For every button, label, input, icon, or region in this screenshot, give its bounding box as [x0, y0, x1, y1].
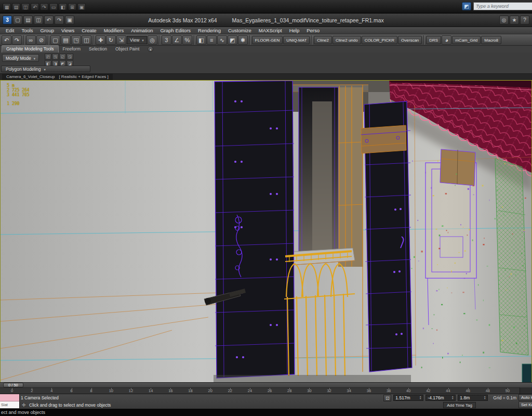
menu-item-modifiers[interactable]: Modifiers [100, 27, 128, 34]
macro-mcam-grid-button[interactable]: mCam_Grid [452, 36, 481, 44]
scene-explorer-icon[interactable]: ▭ [49, 3, 58, 10]
display-icon[interactable]: ▣ [77, 3, 86, 10]
ribbon-tab-graphite-modeling-tools[interactable]: Graphite Modeling Tools [2, 45, 59, 53]
menu-item-edit[interactable]: Edit [2, 27, 18, 34]
viewport-shading-label[interactable]: [ Realistic + Edged Faces ] [59, 74, 108, 80]
menu-item-views[interactable]: Views [58, 27, 78, 34]
time-slider-handle[interactable]: 0 / 50 [3, 383, 23, 387]
select-object-icon[interactable]: ▢ [50, 35, 60, 45]
spinner-icon[interactable]: ▲▼ [417, 396, 421, 400]
select-by-name-icon[interactable]: ▤ [61, 35, 71, 45]
render-setup-icon[interactable]: ✱ [238, 35, 248, 45]
select-and-move-icon[interactable]: ✚ [96, 35, 105, 45]
ribbon-tab-selection[interactable]: Selection [85, 46, 111, 53]
undo-small-icon[interactable]: ↶ [31, 3, 39, 10]
viewport-scene[interactable] [1, 81, 532, 382]
menu-item-graph-editors[interactable]: Graph Editors [156, 27, 194, 34]
align-icon[interactable]: ≡ [207, 35, 217, 45]
new-file-icon[interactable]: ▢ [13, 16, 22, 24]
listener-script-line[interactable]: Slat [0, 401, 19, 408]
macro-macro8-button[interactable]: Macro8 [481, 36, 501, 44]
menu-item-create[interactable]: Create [78, 27, 100, 34]
dark-box[interactable] [522, 364, 532, 382]
ribbon-tool-icon[interactable]: ◲ [66, 54, 73, 60]
add-time-tag-button[interactable]: Add Time Tag [443, 402, 476, 408]
maxscript-mini-listener[interactable]: Slat [0, 394, 20, 409]
gutter-mesh[interactable] [495, 159, 528, 355]
macro-uniq-mat-button[interactable]: UNIQ-MAT [283, 36, 310, 44]
set-key-button[interactable]: Set Key [518, 401, 532, 408]
selection-lock-icon[interactable]: ⊡ [383, 395, 391, 401]
rectangular-selection-region-icon[interactable]: ◳ [71, 35, 81, 45]
auto-key-button[interactable]: Auto Key [518, 394, 532, 401]
ribbon-tool-icon[interactable]: ◰ [45, 54, 51, 60]
listener-macro-line[interactable] [0, 394, 19, 401]
unlink-selection-icon[interactable]: ⊘ [36, 35, 46, 45]
ribbon-tool-icon[interactable]: ◱ [59, 54, 66, 60]
select-and-link-icon[interactable]: ∞ [26, 35, 36, 45]
percent-snap-icon[interactable]: % [182, 35, 192, 45]
macro-cline2-button[interactable]: Cline2 [314, 36, 332, 44]
menu-item-customize[interactable]: Customize [224, 27, 255, 34]
layer-icon[interactable]: ◧ [59, 3, 67, 10]
window-crossing-icon[interactable]: ◫ [82, 35, 91, 45]
z-coordinate-field[interactable]: 1.8m ▲▼ [458, 395, 488, 401]
redo-icon[interactable]: ↷ [55, 16, 64, 24]
menu-item-maxscript[interactable]: MAXScript [255, 27, 286, 34]
menu-item-animation[interactable]: Animation [127, 27, 156, 34]
infocenter-cube-icon[interactable]: ◩ [462, 2, 471, 10]
reference-coordinate-dropdown[interactable]: View [127, 36, 147, 44]
menu-item-help[interactable]: Help [286, 27, 303, 34]
small-window[interactable] [425, 149, 476, 325]
menu-item-rendering[interactable]: Rendering [194, 27, 224, 34]
layout-icon[interactable]: ◫ [21, 3, 30, 10]
grid-small-icon[interactable]: ⊞ [68, 3, 76, 10]
menu-item-perso[interactable]: Perso [303, 27, 323, 34]
project-folder-icon[interactable]: ▣ [65, 16, 74, 24]
render-production-icon[interactable]: ◕ [442, 35, 451, 45]
macro-cline2-undo-button[interactable]: Cline2 undo [332, 36, 361, 44]
macro-overscan-button[interactable]: Overscan [398, 36, 422, 44]
menu-item-tools[interactable]: Tools [18, 27, 36, 34]
viewport-label[interactable]: Camera_6_Volet_Closeup [ Realistic + Edg… [2, 74, 113, 80]
modify-mode-button[interactable]: Modify Mode [2, 54, 39, 62]
viewport-camera-label[interactable]: Camera_6_Volet_Closeup [6, 74, 55, 80]
time-slider[interactable]: 0 / 50 [0, 382, 532, 388]
ribbon-tab-freeform[interactable]: Freeform [59, 46, 85, 53]
scene-view[interactable]: 5 m2 725 2643 441 7051 290 [0, 80, 532, 382]
undo-icon[interactable]: ↶ [44, 16, 54, 24]
communication-center-icon[interactable]: ◎ [499, 16, 509, 24]
select-and-scale-icon[interactable]: ⇲ [116, 35, 126, 45]
viewport[interactable]: Camera_6_Volet_Closeup [ Realistic + Edg… [0, 74, 532, 382]
curve-editor-icon[interactable]: ∿ [217, 35, 227, 45]
open-file-icon[interactable]: ▤ [23, 16, 33, 24]
dock-toolbar-icon[interactable]: ▤ [12, 3, 20, 10]
menu-item-group[interactable]: Group [37, 27, 58, 34]
angle-snap-icon[interactable]: ∠ [172, 35, 182, 45]
left-shutter[interactable] [204, 81, 295, 378]
redo-icon[interactable]: ↷ [12, 35, 22, 45]
macro-floor-gen-button[interactable]: FLOOR-GEN [252, 36, 283, 44]
application-button[interactable]: 3 [3, 16, 12, 24]
x-coordinate-field[interactable]: 1.517m ▲▼ [393, 395, 423, 401]
material-editor-icon[interactable]: ◩ [228, 35, 237, 45]
select-and-rotate-icon[interactable]: ↻ [106, 35, 116, 45]
use-pivot-center-icon[interactable]: ◎ [148, 35, 157, 45]
redo-small-icon[interactable]: ↷ [40, 3, 48, 10]
snap-toggle-3d-icon[interactable]: 3 [162, 35, 171, 45]
favorites-icon[interactable]: ★ [510, 16, 519, 24]
macro-color-pickr-button[interactable]: COLOR_PICKR [362, 36, 397, 44]
window-menu-icon[interactable]: ▦ [3, 3, 11, 10]
window-frame[interactable] [338, 85, 363, 372]
undo-icon[interactable]: ↶ [2, 35, 11, 45]
save-file-icon[interactable]: ◫ [34, 16, 43, 24]
y-coordinate-field[interactable]: -4.176m ▲▼ [425, 395, 456, 401]
help-icon[interactable]: ? [520, 16, 529, 24]
keyword-search-input[interactable]: Type a keyword [473, 2, 532, 10]
ribbon-tab-object-paint[interactable]: Object Paint [111, 46, 143, 53]
spinner-icon[interactable]: ▲▼ [449, 396, 454, 400]
ribbon-tool-icon[interactable]: ◳ [52, 54, 59, 60]
track-bar[interactable]: 0246810121416182022242628303234363840424… [0, 388, 532, 394]
mirror-icon[interactable]: ◧ [196, 35, 206, 45]
window-opening[interactable] [299, 87, 338, 259]
